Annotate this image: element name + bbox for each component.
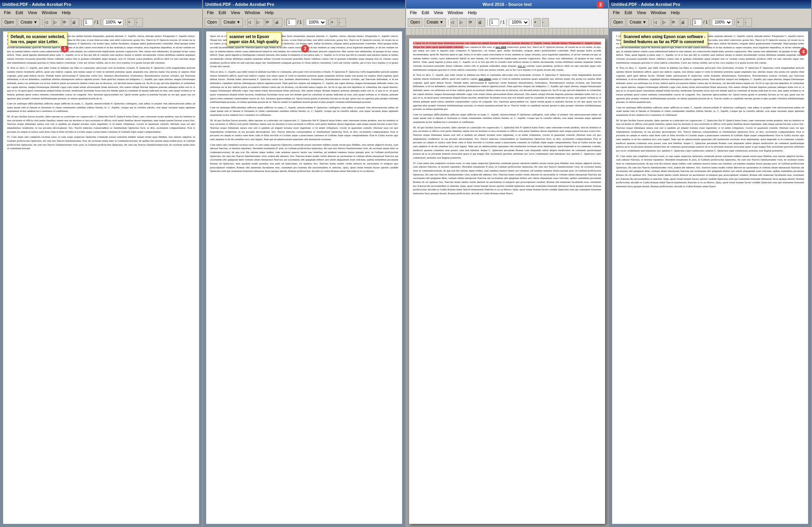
toolbar-sep-1b	[81, 19, 82, 26]
toolbar-icon-btn-2c[interactable]: ⟳	[265, 18, 273, 27]
panel2-title-bar: Untitled.PDF - Adobe Acrobat Pro	[203, 0, 405, 9]
toolbar-icon-btn-4c[interactable]: ⟳	[671, 18, 679, 27]
toolbar-zoom-out-1[interactable]: -	[136, 18, 143, 27]
toolbar-icon-btn-3c[interactable]: ⟳	[468, 18, 476, 27]
menu-edit-3[interactable]: Edit	[419, 10, 432, 15]
panel1-title-bar: Untitled.PDF - Adobe Acrobat Pro	[0, 0, 202, 9]
menu-edit-2[interactable]: Edit	[216, 10, 229, 15]
toolbar-icon-btn-2b[interactable]: ▷	[256, 18, 264, 27]
toolbar-sep-2c	[304, 19, 304, 26]
toolbar-icon-btn-4b[interactable]: ▷	[662, 18, 670, 27]
menu-file-1[interactable]: File	[2, 10, 13, 15]
toolbar-icon-btn-3d[interactable]: 🖨	[477, 18, 485, 27]
create-button-3[interactable]: Create ▼	[424, 18, 446, 27]
menu-file-3[interactable]: File	[408, 10, 419, 15]
toolbar-icon-btn-1d[interactable]: 🖨	[71, 18, 79, 27]
menu-edit-1[interactable]: Edit	[13, 10, 26, 15]
toolbar-zoom-in-3[interactable]: +	[534, 18, 541, 27]
zoom-select-1[interactable]: 100%	[103, 19, 123, 26]
toolbar-icon-btn-2d[interactable]: 🖨	[274, 18, 282, 27]
toolbar-zoom-in-1[interactable]: +	[128, 18, 135, 27]
toolbar-icon-btn-3b[interactable]: ▷	[459, 18, 467, 27]
menu-view-3[interactable]: View	[432, 10, 446, 15]
toolbar-sep-1c	[101, 19, 101, 26]
panel4-title: Untitled.PDF - Adobe Acrobat Pro	[611, 2, 680, 7]
menu-window-2[interactable]: Window	[242, 10, 262, 15]
toolbar-zoom-in-4[interactable]: +	[737, 18, 744, 27]
menu-help-2[interactable]: Help	[262, 10, 276, 15]
menu-view-1[interactable]: View	[26, 10, 40, 15]
create-button-1[interactable]: Create ▼	[18, 18, 40, 27]
panel2: Untitled.PDF - Adobe Acrobat Pro File Ed…	[203, 0, 406, 527]
panel3-menu-bar: File Edit View Window Help	[406, 9, 608, 16]
menu-window-1[interactable]: Window	[39, 10, 59, 15]
panel1-menu-bar: File Edit View Window Help	[0, 9, 202, 16]
badge-4: 4	[799, 48, 807, 56]
page-input-4[interactable]	[693, 19, 702, 26]
panel4-menu-bar: File Edit View Window Help	[609, 9, 811, 16]
zoom-select-4[interactable]: 100%	[712, 19, 732, 26]
toolbar-sep-3d	[531, 19, 532, 26]
menu-file-2[interactable]: File	[205, 10, 216, 15]
menu-help-1[interactable]: Help	[59, 10, 73, 15]
page-total-4: / 1	[703, 20, 708, 24]
panel3-text: I. Quae res in civitate duae plurimum po…	[413, 42, 601, 196]
menu-file-4[interactable]: File	[611, 10, 622, 15]
panel1-text: I. Quae res in civitate duae plurimum po…	[7, 35, 195, 151]
panel2-doc-page: Quae res in civitate duae plurimum possu…	[206, 31, 402, 524]
toolbar-zoom-out-3[interactable]: -	[542, 18, 549, 27]
menu-help-4[interactable]: Help	[668, 10, 682, 15]
create-button-4[interactable]: Create ▼	[627, 18, 649, 27]
toolbar-sep-2d	[328, 19, 329, 26]
zoom-select-2[interactable]: 100%	[306, 19, 326, 26]
menu-view-4[interactable]: View	[635, 10, 649, 15]
toolbar-icon-btn-1b[interactable]: ▷	[53, 18, 61, 27]
panel4-text: I. Quae res in civitate duae plurimum po…	[616, 35, 804, 189]
page-input-1[interactable]	[84, 19, 93, 26]
toolbar-icon-btn-1c[interactable]: ⟳	[62, 18, 70, 27]
toolbar-zoom-out-2[interactable]: -	[339, 18, 346, 27]
menu-window-3[interactable]: Window	[445, 10, 465, 15]
annotation-callout-2: scanner set to Epson paper size A4, high…	[227, 32, 282, 46]
toolbar-sep-4c	[710, 19, 710, 26]
toolbar-sep-3c	[507, 19, 507, 26]
panel3-doc-page: I. Quae res in civitate duae plurimum po…	[409, 38, 605, 524]
toolbar-icon-btn-4d[interactable]: 🖨	[680, 18, 688, 27]
zoom-select-3[interactable]: 100%	[509, 19, 529, 26]
page-input-3[interactable]	[490, 19, 499, 26]
toolbar-sep-1d	[125, 19, 126, 26]
panel4: Untitled.PDF - Adobe Acrobat Pro File Ed…	[609, 0, 812, 527]
panel3-doc-content: I. Quae res in civitate duae plurimum po…	[406, 35, 608, 527]
panel2-toolbar: Open Create ▼ ◁ ▷ ⟳ 🖨 / 1 100% + -	[203, 16, 405, 28]
page-total-3: / 1	[500, 20, 505, 24]
panel2-title: Untitled.PDF - Adobe Acrobat Pro	[205, 2, 274, 7]
panel2-text: Quae res in civitate duae plurimum possu…	[210, 35, 398, 173]
toolbar-icon-btn-1a[interactable]: ◁	[44, 18, 52, 27]
toolbar-sep-3	[448, 19, 448, 26]
panel2-doc-content: Quae res in civitate duae plurimum possu…	[203, 28, 405, 527]
toolbar-sep-2	[245, 19, 245, 26]
open-button-1[interactable]: Open	[2, 18, 16, 27]
toolbar-sep-4	[651, 19, 651, 26]
page-total-2: / 1	[297, 20, 302, 24]
toolbar-zoom-out-4[interactable]: -	[745, 18, 752, 27]
panel1-title: Untitled.PDF - Adobe Acrobat Pro	[2, 2, 71, 7]
menu-view-2[interactable]: View	[229, 10, 243, 15]
toolbar-icon-btn-2a[interactable]: ◁	[247, 18, 255, 27]
toolbar-zoom-in-2[interactable]: +	[331, 18, 338, 27]
toolbar-icon-btn-4a[interactable]: ◁	[653, 18, 661, 27]
toolbar-sep-4b	[690, 19, 691, 26]
panel3-ruler	[406, 28, 608, 35]
open-button-3[interactable]: Open	[408, 18, 422, 27]
menu-edit-4[interactable]: Edit	[622, 10, 635, 15]
menu-help-3[interactable]: Help	[465, 10, 479, 15]
open-button-2[interactable]: Open	[205, 18, 219, 27]
create-button-2[interactable]: Create ▼	[221, 18, 243, 27]
open-button-4[interactable]: Open	[611, 18, 625, 27]
ruler-marks	[408, 28, 607, 35]
panel3: Word 2016 - Source text 3 File Edit View…	[406, 0, 609, 527]
panel1: Untitled.PDF - Adobe Acrobat Pro File Ed…	[0, 0, 203, 527]
menu-window-4[interactable]: Window	[648, 10, 668, 15]
toolbar-icon-btn-3a[interactable]: ◁	[450, 18, 458, 27]
page-input-2[interactable]	[287, 19, 296, 26]
